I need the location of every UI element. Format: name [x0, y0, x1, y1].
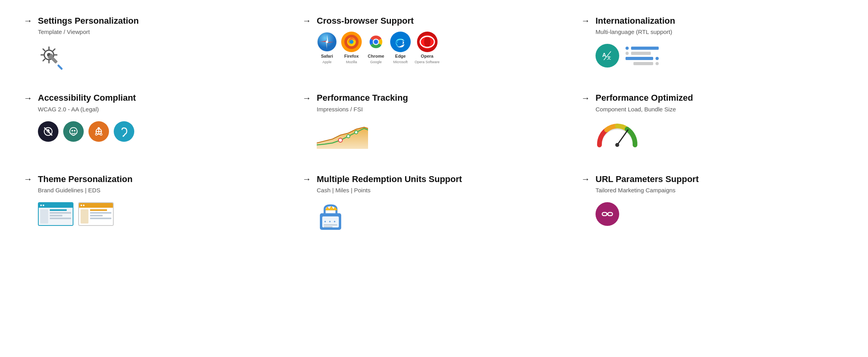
svg-point-29 — [374, 40, 378, 43]
svg-point-55 — [615, 143, 619, 147]
svg-line-6 — [43, 49, 45, 51]
browser-opera: Opera Opera Software — [415, 32, 440, 64]
card-header: → Cross-browser Support — [302, 16, 566, 26]
card-header: → Theme Personalization — [24, 174, 287, 184]
chart-visual — [317, 121, 566, 154]
svg-rect-62 — [324, 224, 337, 225]
card-header: → URL Parameters Support — [581, 174, 844, 184]
card-subtitle: Multi-language (RTL support) — [596, 28, 844, 35]
browser-company: Apple — [322, 60, 331, 64]
card-multiple-redemption: → Multiple Redemption Units Support Cash… — [302, 174, 566, 233]
svg-line-9 — [43, 59, 45, 61]
card-title: Cross-browser Support — [317, 16, 414, 26]
card-header: → Accessibility Compliant — [24, 93, 287, 103]
card-subtitle: Tailored Marketing Campaigns — [596, 187, 844, 194]
card-header: → Internationalization — [581, 16, 844, 26]
settings-visual — [38, 44, 287, 73]
svg-point-42 — [71, 130, 73, 132]
arrow-icon: → — [24, 16, 32, 26]
arrow-icon: → — [302, 93, 311, 103]
svg-text:✦: ✦ — [329, 220, 331, 224]
svg-line-14 — [58, 66, 62, 69]
card-theme-personalization: → Theme Personalization Brand Guidelines… — [24, 174, 287, 233]
svg-point-25 — [349, 40, 353, 44]
card-title: Theme Personalization — [38, 174, 133, 184]
arrow-icon: → — [302, 174, 311, 184]
browser-visual: Safari Apple Firefox Mozilla — [317, 32, 566, 64]
svg-point-49 — [100, 133, 102, 135]
arrow-icon: → — [581, 93, 590, 103]
card-title: Accessibility Compliant — [38, 93, 136, 103]
card-title: Performance Optimized — [596, 93, 693, 103]
svg-text:✦: ✦ — [333, 220, 336, 224]
card-cross-browser: → Cross-browser Support — [302, 16, 566, 73]
browser-name: Edge — [395, 54, 406, 58]
arrow-icon: → — [302, 16, 311, 26]
browser-firefox: Firefox Mozilla — [341, 32, 362, 64]
svg-text:文: 文 — [607, 56, 611, 60]
svg-point-41 — [47, 129, 49, 132]
motor-icon — [88, 121, 109, 142]
link-visual — [596, 202, 844, 226]
hearing-icon — [114, 121, 134, 142]
card-subtitle: Template / Viewport — [38, 28, 287, 35]
browser-name: Opera — [421, 54, 434, 58]
svg-point-50 — [123, 135, 124, 137]
svg-point-21 — [326, 41, 328, 43]
theme-thumb-1 — [38, 202, 73, 226]
card-header: → Settings Personalization — [24, 16, 287, 26]
card-title: Settings Personalization — [38, 16, 139, 26]
card-title: Performance Tracking — [317, 93, 408, 103]
card-subtitle: WCAG 2.0 - AA (Legal) — [38, 106, 287, 113]
card-performance-tracking: → Performance Tracking Impressions / FSI — [302, 93, 566, 154]
browser-company: Mozilla — [346, 60, 357, 64]
svg-point-51 — [338, 138, 342, 142]
theme-thumb-2 — [78, 202, 114, 226]
rtl-doc-visual — [626, 47, 659, 65]
card-header: → Performance Tracking — [302, 93, 566, 103]
browser-company: Microsoft — [393, 60, 408, 64]
svg-line-54 — [617, 130, 628, 145]
browser-company: Opera Software — [415, 60, 440, 64]
arrow-icon: → — [581, 16, 590, 26]
card-subtitle: Cash | Miles | Points — [317, 187, 566, 194]
browser-safari: Safari Apple — [317, 32, 337, 64]
svg-point-43 — [74, 130, 75, 132]
bag-visual: ✦ ✦ ✦ — [317, 202, 566, 233]
arrow-icon: → — [581, 174, 590, 184]
card-settings-personalization: → Settings Personalization Template / Vi… — [24, 16, 287, 73]
card-header: → Multiple Redemption Units Support — [302, 174, 566, 184]
svg-point-52 — [347, 135, 350, 138]
card-title: Internationalization — [596, 16, 675, 26]
svg-point-34 — [424, 36, 430, 47]
card-performance-optimized: → Performance Optimized Component Load, … — [581, 93, 844, 154]
svg-text:A: A — [602, 52, 606, 58]
browser-edge: Edge Microsoft — [390, 32, 411, 64]
link-icon — [596, 202, 619, 226]
theme-visual — [38, 202, 287, 226]
browser-company: Google — [370, 60, 381, 64]
card-header: → Performance Optimized — [581, 93, 844, 103]
intl-visual: A 文 — [596, 44, 844, 68]
cognitive-icon — [63, 121, 84, 142]
svg-point-30 — [390, 32, 411, 52]
browser-name: Chrome — [368, 54, 384, 58]
browser-chrome: Chrome Google — [366, 32, 386, 64]
svg-point-53 — [355, 131, 358, 134]
card-subtitle: Brand Guidelines | EDS — [38, 187, 287, 194]
svg-text:✦: ✦ — [324, 220, 327, 224]
svg-point-48 — [96, 133, 98, 135]
feature-grid: → Settings Personalization Template / Vi… — [24, 16, 844, 233]
card-accessibility: → Accessibility Compliant WCAG 2.0 - AA … — [24, 93, 287, 154]
card-title: URL Parameters Support — [596, 174, 699, 184]
card-internationalization: → Internationalization Multi-language (R… — [581, 16, 844, 73]
browser-name: Firefox — [344, 54, 359, 58]
arrow-icon: → — [24, 93, 32, 103]
arrow-icon: → — [24, 174, 32, 184]
translation-icon: A 文 — [596, 44, 619, 68]
card-subtitle: Impressions / FSI — [317, 106, 566, 113]
card-subtitle: Component Load, Bundle Size — [596, 106, 844, 113]
a11y-visual — [38, 121, 287, 142]
svg-rect-63 — [324, 226, 333, 227]
browser-name: Safari — [321, 54, 333, 58]
